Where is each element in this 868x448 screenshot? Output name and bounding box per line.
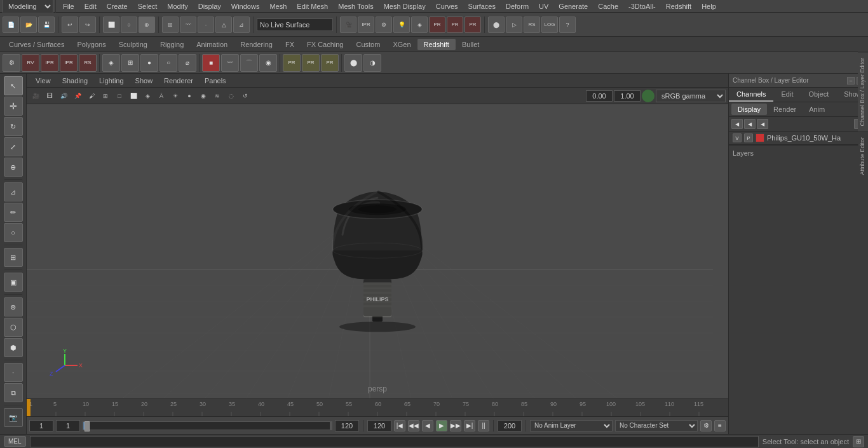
module-rendering[interactable]: Rendering: [234, 39, 279, 50]
range-max-input[interactable]: [498, 420, 522, 431]
shelf-icon-sphere[interactable]: ●: [140, 54, 158, 72]
vp-menu-show[interactable]: Show: [130, 76, 158, 86]
tab-channels[interactable]: Channels: [729, 88, 773, 102]
module-bullet[interactable]: Bullet: [456, 39, 486, 50]
anim-preferences-btn[interactable]: ⚙: [700, 420, 712, 431]
exposure-input[interactable]: [586, 90, 613, 102]
live-surface-input[interactable]: [257, 18, 333, 31]
menu-redshift[interactable]: Redshift: [661, 1, 696, 11]
maya-anim-btn[interactable]: ▷: [506, 17, 522, 33]
module-animation[interactable]: Animation: [190, 39, 234, 50]
module-sculpting[interactable]: Sculpting: [112, 39, 154, 50]
shelf-pr3[interactable]: PR: [321, 54, 339, 72]
universal-manip-btn[interactable]: ⊕: [4, 158, 23, 177]
menu-windows[interactable]: Windows: [226, 1, 265, 11]
sculpt3-btn[interactable]: ⬢: [4, 338, 23, 357]
module-curves-surfaces[interactable]: Curves / Surfaces: [3, 39, 71, 50]
rs-btn2[interactable]: PR: [447, 17, 463, 33]
new-file-btn[interactable]: 📄: [3, 17, 19, 33]
redo-btn[interactable]: ↪: [79, 17, 96, 33]
shelf-icon-hook[interactable]: ⌒: [240, 54, 258, 72]
menu-modify[interactable]: Modify: [162, 1, 193, 11]
menu-uv[interactable]: UV: [534, 1, 553, 11]
sculpt-btn[interactable]: ⊛: [4, 297, 23, 316]
vp-light-btn[interactable]: ☀: [169, 90, 182, 102]
menu-edit[interactable]: Edit: [79, 1, 102, 11]
sub-tab-display[interactable]: Display: [731, 104, 767, 115]
layout-btn[interactable]: ⧉: [4, 383, 23, 402]
shelf-icon-cylinder[interactable]: ⌀: [179, 54, 196, 72]
move-tool-btn[interactable]: ✛: [4, 97, 23, 116]
shelf-bowl2[interactable]: ◑: [363, 54, 381, 72]
shelf-pr2[interactable]: PR: [302, 54, 320, 72]
module-fx-caching[interactable]: FX Caching: [301, 39, 349, 50]
char-set-select[interactable]: No Character Set: [615, 420, 698, 431]
menu-generate[interactable]: Generate: [553, 1, 593, 11]
module-rigging[interactable]: Rigging: [154, 39, 190, 50]
snap-pt-btn[interactable]: ·: [4, 363, 23, 382]
layer-color-swatch[interactable]: [756, 133, 764, 142]
vp-hud-btn[interactable]: ⬜: [127, 90, 140, 102]
end-frame-input[interactable]: [335, 420, 359, 431]
menu-edit-mesh[interactable]: Edit Mesh: [292, 1, 333, 11]
color-mode-icon[interactable]: [642, 90, 654, 102]
shelf-icon-torus[interactable]: ○: [159, 54, 177, 72]
menu-mesh-display[interactable]: Mesh Display: [379, 1, 431, 11]
tab-object[interactable]: Object: [801, 88, 836, 102]
sub-tab-render[interactable]: Render: [767, 104, 803, 115]
help-btn[interactable]: ?: [559, 17, 576, 33]
vp-film-btn[interactable]: 🎞: [43, 90, 56, 102]
workspace-dropdown[interactable]: Modeling Rigging Animation Rendering: [3, 0, 53, 13]
step-back-btn[interactable]: ◀◀: [408, 420, 419, 431]
camera-btn[interactable]: 📷: [4, 408, 23, 427]
tab-edit[interactable]: Edit: [773, 88, 801, 102]
snap-together-btn[interactable]: ⊞: [4, 248, 23, 267]
snap-proj-btn[interactable]: △: [215, 17, 232, 33]
shelf-ipr2-icon[interactable]: IPR: [60, 54, 78, 72]
vp-border-btn[interactable]: □: [113, 90, 126, 102]
anim-extra-btn[interactable]: ≡: [714, 420, 726, 431]
menu-create[interactable]: Create: [102, 1, 133, 11]
step-fwd-btn[interactable]: ▶▶: [450, 420, 461, 431]
menu-cache[interactable]: Cache: [593, 1, 623, 11]
vp-ao-btn[interactable]: ◉: [197, 90, 210, 102]
vp-audio-btn[interactable]: 🔊: [57, 90, 70, 102]
menu-mesh-tools[interactable]: Mesh Tools: [333, 1, 378, 11]
go-end-btn[interactable]: ▶|: [464, 420, 475, 431]
vp-aa-btn[interactable]: Ā: [155, 90, 168, 102]
paint-sel-btn[interactable]: ✏: [4, 203, 23, 222]
save-file-btn[interactable]: 💾: [38, 17, 55, 33]
vp-refresh-btn[interactable]: ↺: [239, 90, 252, 102]
loop-btn[interactable]: ||: [478, 420, 489, 431]
status-extra-btn[interactable]: ⊞: [853, 436, 864, 447]
vp-menu-panels[interactable]: Panels: [200, 76, 231, 86]
menu-select[interactable]: Select: [133, 1, 163, 11]
menu-3dto[interactable]: -3DtoAll-: [623, 1, 661, 11]
ipr-btn[interactable]: IPR: [358, 17, 374, 33]
menu-deform[interactable]: Deform: [501, 1, 534, 11]
vp-motion-btn[interactable]: ≋: [211, 90, 224, 102]
vp-snap-btn[interactable]: 📌: [71, 90, 84, 102]
rs-extra1[interactable]: RS: [524, 17, 540, 33]
vp-menu-lighting[interactable]: Lighting: [94, 76, 129, 86]
panel-minimize-btn[interactable]: –: [847, 77, 855, 85]
render-view-btn[interactable]: 🎥: [340, 17, 356, 33]
scale-tool-btn[interactable]: ⤢: [4, 137, 23, 156]
maya-bowl-btn[interactable]: ⬤: [488, 17, 505, 33]
shelf-icon-wave[interactable]: 〰: [221, 54, 239, 72]
vtab-attribute-editor[interactable]: Attribute Editor: [858, 132, 868, 180]
menu-curves[interactable]: Curves: [431, 1, 463, 11]
shader-editor-btn[interactable]: ◈: [411, 17, 428, 33]
lasso-btn[interactable]: ○: [121, 17, 137, 33]
layer-p-toggle[interactable]: P: [744, 133, 753, 142]
light-editor-btn[interactable]: 💡: [393, 17, 410, 33]
menu-mesh[interactable]: Mesh: [264, 1, 292, 11]
shelf-rs-icon[interactable]: RS: [79, 54, 97, 72]
layer-v-toggle[interactable]: V: [733, 133, 742, 142]
layer-prev-btn1[interactable]: ◀: [731, 119, 743, 129]
render-settings-btn[interactable]: ⚙: [376, 17, 392, 33]
menu-display[interactable]: Display: [193, 1, 226, 11]
vtab-channel-box[interactable]: Channel Box / Layer Editor: [858, 52, 868, 132]
vp-grid-btn[interactable]: ⊞: [99, 90, 112, 102]
undo-btn[interactable]: ↩: [62, 17, 78, 33]
